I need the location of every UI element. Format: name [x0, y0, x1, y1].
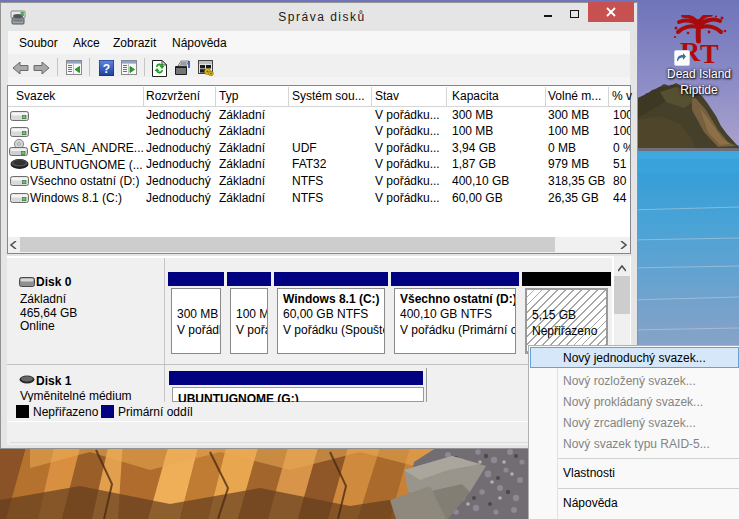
svg-text:?: ?: [103, 62, 110, 76]
svg-text:T: T: [700, 38, 719, 65]
